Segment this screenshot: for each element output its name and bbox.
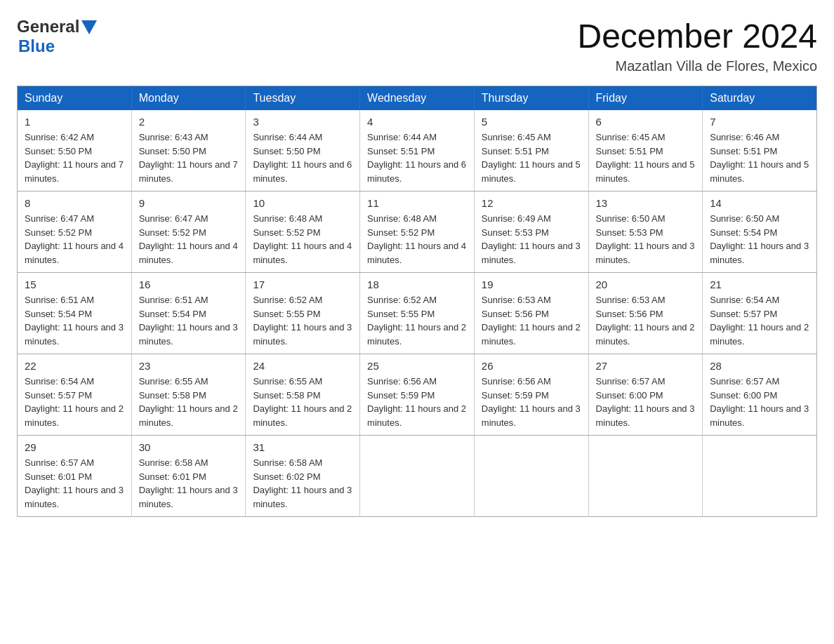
calendar-cell: 17 Sunrise: 6:52 AM Sunset: 5:55 PM Dayl… <box>246 273 360 354</box>
calendar-cell: 13 Sunrise: 6:50 AM Sunset: 5:53 PM Dayl… <box>588 192 703 273</box>
day-number: 21 <box>710 279 809 290</box>
calendar-cell <box>474 436 588 517</box>
day-number: 19 <box>482 279 581 290</box>
page-header: General Blue December 2024 Mazatlan Vill… <box>17 17 817 74</box>
weekday-header-tuesday: Tuesday <box>246 86 360 111</box>
day-number: 2 <box>139 116 239 128</box>
day-info: Sunrise: 6:48 AM Sunset: 5:52 PM Dayligh… <box>367 212 467 267</box>
day-info: Sunrise: 6:57 AM Sunset: 6:00 PM Dayligh… <box>596 375 696 429</box>
day-number: 28 <box>710 360 809 372</box>
day-info: Sunrise: 6:57 AM Sunset: 6:00 PM Dayligh… <box>710 375 809 429</box>
day-info: Sunrise: 6:58 AM Sunset: 6:01 PM Dayligh… <box>139 456 239 511</box>
day-number: 29 <box>25 441 124 453</box>
weekday-header-saturday: Saturday <box>703 86 817 111</box>
calendar-cell: 4 Sunrise: 6:44 AM Sunset: 5:51 PM Dayli… <box>360 110 475 192</box>
calendar-cell: 27 Sunrise: 6:57 AM Sunset: 6:00 PM Dayl… <box>588 354 703 436</box>
calendar-subtitle: Mazatlan Villa de Flores, Mexico <box>577 58 817 74</box>
calendar-cell: 18 Sunrise: 6:52 AM Sunset: 5:55 PM Dayl… <box>360 273 475 354</box>
svg-marker-0 <box>81 20 97 34</box>
day-info: Sunrise: 6:51 AM Sunset: 5:54 PM Dayligh… <box>25 293 124 348</box>
day-info: Sunrise: 6:53 AM Sunset: 5:56 PM Dayligh… <box>482 293 581 348</box>
calendar-cell: 19 Sunrise: 6:53 AM Sunset: 5:56 PM Dayl… <box>474 273 588 354</box>
day-number: 27 <box>596 360 696 372</box>
day-info: Sunrise: 6:55 AM Sunset: 5:58 PM Dayligh… <box>253 375 352 429</box>
calendar-cell: 26 Sunrise: 6:56 AM Sunset: 5:59 PM Dayl… <box>474 354 588 436</box>
weekday-header-wednesday: Wednesday <box>360 86 475 111</box>
day-info: Sunrise: 6:49 AM Sunset: 5:53 PM Dayligh… <box>482 212 581 267</box>
day-number: 16 <box>139 279 239 290</box>
title-block: December 2024 Mazatlan Villa de Flores, … <box>577 17 817 74</box>
day-info: Sunrise: 6:45 AM Sunset: 5:51 PM Dayligh… <box>596 130 696 185</box>
day-info: Sunrise: 6:42 AM Sunset: 5:50 PM Dayligh… <box>25 130 124 185</box>
day-info: Sunrise: 6:57 AM Sunset: 6:01 PM Dayligh… <box>25 456 124 511</box>
day-info: Sunrise: 6:50 AM Sunset: 5:54 PM Dayligh… <box>710 212 809 267</box>
calendar-cell: 5 Sunrise: 6:45 AM Sunset: 5:51 PM Dayli… <box>474 110 588 192</box>
day-info: Sunrise: 6:47 AM Sunset: 5:52 PM Dayligh… <box>139 212 239 267</box>
logo-triangle-icon <box>81 20 97 34</box>
day-number: 7 <box>710 116 809 128</box>
day-number: 6 <box>596 116 696 128</box>
calendar-cell: 9 Sunrise: 6:47 AM Sunset: 5:52 PM Dayli… <box>131 192 246 273</box>
day-info: Sunrise: 6:58 AM Sunset: 6:02 PM Dayligh… <box>253 456 352 511</box>
calendar-week-row: 15 Sunrise: 6:51 AM Sunset: 5:54 PM Dayl… <box>18 273 817 354</box>
calendar-cell: 21 Sunrise: 6:54 AM Sunset: 5:57 PM Dayl… <box>703 273 817 354</box>
day-number: 17 <box>253 279 352 290</box>
calendar-cell: 7 Sunrise: 6:46 AM Sunset: 5:51 PM Dayli… <box>703 110 817 192</box>
day-number: 31 <box>253 441 352 453</box>
day-number: 26 <box>482 360 581 372</box>
day-info: Sunrise: 6:51 AM Sunset: 5:54 PM Dayligh… <box>139 293 239 348</box>
calendar-cell <box>588 436 703 517</box>
calendar-cell: 25 Sunrise: 6:56 AM Sunset: 5:59 PM Dayl… <box>360 354 475 436</box>
calendar-title: December 2024 <box>577 17 817 55</box>
day-number: 1 <box>25 116 124 128</box>
day-info: Sunrise: 6:45 AM Sunset: 5:51 PM Dayligh… <box>482 130 581 185</box>
calendar-cell: 28 Sunrise: 6:57 AM Sunset: 6:00 PM Dayl… <box>703 354 817 436</box>
day-info: Sunrise: 6:52 AM Sunset: 5:55 PM Dayligh… <box>253 293 352 348</box>
day-number: 25 <box>367 360 467 372</box>
day-number: 12 <box>482 197 581 209</box>
day-number: 20 <box>596 279 696 290</box>
calendar-cell: 3 Sunrise: 6:44 AM Sunset: 5:50 PM Dayli… <box>246 110 360 192</box>
calendar-cell: 15 Sunrise: 6:51 AM Sunset: 5:54 PM Dayl… <box>18 273 132 354</box>
calendar-table: SundayMondayTuesdayWednesdayThursdayFrid… <box>17 86 817 517</box>
day-info: Sunrise: 6:43 AM Sunset: 5:50 PM Dayligh… <box>139 130 239 185</box>
day-info: Sunrise: 6:52 AM Sunset: 5:55 PM Dayligh… <box>367 293 467 348</box>
weekday-header-friday: Friday <box>588 86 703 111</box>
day-number: 15 <box>25 279 124 290</box>
calendar-cell: 1 Sunrise: 6:42 AM Sunset: 5:50 PM Dayli… <box>18 110 132 192</box>
calendar-cell: 16 Sunrise: 6:51 AM Sunset: 5:54 PM Dayl… <box>131 273 246 354</box>
day-info: Sunrise: 6:54 AM Sunset: 5:57 PM Dayligh… <box>710 293 809 348</box>
day-number: 4 <box>367 116 467 128</box>
calendar-cell: 8 Sunrise: 6:47 AM Sunset: 5:52 PM Dayli… <box>18 192 132 273</box>
day-number: 10 <box>253 197 352 209</box>
weekday-header-sunday: Sunday <box>18 86 132 111</box>
day-number: 13 <box>596 197 696 209</box>
day-number: 9 <box>139 197 239 209</box>
calendar-week-row: 22 Sunrise: 6:54 AM Sunset: 5:57 PM Dayl… <box>18 354 817 436</box>
day-number: 8 <box>25 197 124 209</box>
day-info: Sunrise: 6:47 AM Sunset: 5:52 PM Dayligh… <box>25 212 124 267</box>
day-info: Sunrise: 6:44 AM Sunset: 5:50 PM Dayligh… <box>253 130 352 185</box>
day-info: Sunrise: 6:54 AM Sunset: 5:57 PM Dayligh… <box>25 375 124 429</box>
day-info: Sunrise: 6:56 AM Sunset: 5:59 PM Dayligh… <box>367 375 467 429</box>
calendar-cell: 22 Sunrise: 6:54 AM Sunset: 5:57 PM Dayl… <box>18 354 132 436</box>
logo-blue-text: Blue <box>18 36 55 55</box>
day-number: 22 <box>25 360 124 372</box>
calendar-cell: 23 Sunrise: 6:55 AM Sunset: 5:58 PM Dayl… <box>131 354 246 436</box>
day-info: Sunrise: 6:48 AM Sunset: 5:52 PM Dayligh… <box>253 212 352 267</box>
weekday-header-thursday: Thursday <box>474 86 588 111</box>
day-info: Sunrise: 6:50 AM Sunset: 5:53 PM Dayligh… <box>596 212 696 267</box>
day-info: Sunrise: 6:56 AM Sunset: 5:59 PM Dayligh… <box>482 375 581 429</box>
calendar-cell: 11 Sunrise: 6:48 AM Sunset: 5:52 PM Dayl… <box>360 192 475 273</box>
calendar-week-row: 1 Sunrise: 6:42 AM Sunset: 5:50 PM Dayli… <box>18 110 817 192</box>
day-info: Sunrise: 6:46 AM Sunset: 5:51 PM Dayligh… <box>710 130 809 185</box>
day-info: Sunrise: 6:53 AM Sunset: 5:56 PM Dayligh… <box>596 293 696 348</box>
day-number: 18 <box>367 279 467 290</box>
day-number: 11 <box>367 197 467 209</box>
day-number: 3 <box>253 116 352 128</box>
calendar-cell: 20 Sunrise: 6:53 AM Sunset: 5:56 PM Dayl… <box>588 273 703 354</box>
weekday-header-monday: Monday <box>131 86 246 111</box>
weekday-header-row: SundayMondayTuesdayWednesdayThursdayFrid… <box>18 86 817 111</box>
calendar-cell: 24 Sunrise: 6:55 AM Sunset: 5:58 PM Dayl… <box>246 354 360 436</box>
calendar-cell <box>703 436 817 517</box>
